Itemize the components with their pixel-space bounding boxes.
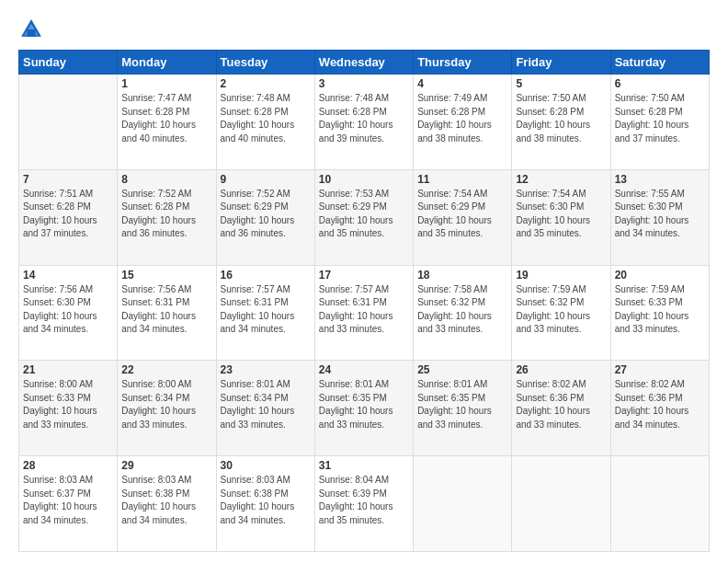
calendar-cell	[19, 75, 118, 170]
day-info: Sunrise: 7:51 AM Sunset: 6:28 PM Dayligh…	[23, 188, 113, 241]
calendar-cell: 7Sunrise: 7:51 AM Sunset: 6:28 PM Daylig…	[19, 169, 118, 265]
calendar-cell: 23Sunrise: 8:01 AM Sunset: 6:34 PM Dayli…	[216, 361, 314, 456]
day-info: Sunrise: 7:57 AM Sunset: 6:31 PM Dayligh…	[221, 283, 311, 337]
calendar-cell: 5Sunrise: 7:50 AM Sunset: 6:28 PM Daylig…	[512, 75, 610, 170]
calendar-cell: 15Sunrise: 7:56 AM Sunset: 6:31 PM Dayli…	[118, 265, 216, 361]
day-number: 18	[417, 269, 507, 282]
calendar-cell: 30Sunrise: 8:03 AM Sunset: 6:38 PM Dayli…	[216, 456, 314, 552]
day-number: 1	[121, 77, 211, 90]
day-number: 14	[23, 269, 113, 282]
calendar-cell: 12Sunrise: 7:54 AM Sunset: 6:30 PM Dayli…	[512, 169, 610, 265]
calendar-cell: 10Sunrise: 7:53 AM Sunset: 6:29 PM Dayli…	[314, 169, 413, 265]
day-info: Sunrise: 7:57 AM Sunset: 6:31 PM Dayligh…	[319, 283, 409, 337]
calendar-cell: 20Sunrise: 7:59 AM Sunset: 6:33 PM Dayli…	[610, 265, 709, 361]
calendar-cell	[414, 456, 512, 552]
day-number: 19	[516, 269, 606, 282]
day-info: Sunrise: 7:47 AM Sunset: 6:28 PM Dayligh…	[121, 92, 211, 145]
calendar-cell: 6Sunrise: 7:50 AM Sunset: 6:28 PM Daylig…	[610, 75, 709, 170]
day-info: Sunrise: 7:55 AM Sunset: 6:30 PM Dayligh…	[615, 188, 705, 241]
day-info: Sunrise: 7:52 AM Sunset: 6:29 PM Dayligh…	[221, 188, 311, 241]
day-info: Sunrise: 7:59 AM Sunset: 6:33 PM Dayligh…	[615, 283, 705, 337]
day-number: 30	[221, 459, 311, 472]
day-number: 16	[221, 269, 311, 282]
day-number: 22	[121, 363, 211, 376]
day-number: 4	[417, 77, 507, 90]
day-info: Sunrise: 7:49 AM Sunset: 6:28 PM Dayligh…	[417, 92, 507, 145]
calendar-cell: 28Sunrise: 8:03 AM Sunset: 6:37 PM Dayli…	[19, 456, 118, 552]
day-number: 23	[221, 363, 311, 376]
day-info: Sunrise: 8:02 AM Sunset: 6:36 PM Dayligh…	[516, 378, 606, 431]
calendar-header-wednesday: Wednesday	[314, 51, 413, 75]
day-number: 31	[319, 459, 409, 472]
day-info: Sunrise: 8:00 AM Sunset: 6:33 PM Dayligh…	[23, 378, 113, 431]
day-number: 21	[23, 363, 113, 376]
calendar-cell: 17Sunrise: 7:57 AM Sunset: 6:31 PM Dayli…	[314, 265, 413, 361]
calendar-cell: 11Sunrise: 7:54 AM Sunset: 6:29 PM Dayli…	[414, 169, 512, 265]
day-number: 3	[319, 77, 409, 90]
calendar-header-thursday: Thursday	[414, 51, 512, 75]
calendar-header-sunday: Sunday	[19, 51, 118, 75]
day-number: 11	[417, 173, 507, 186]
day-info: Sunrise: 7:52 AM Sunset: 6:28 PM Dayligh…	[121, 188, 211, 241]
day-info: Sunrise: 7:56 AM Sunset: 6:30 PM Dayligh…	[23, 283, 113, 337]
calendar-header-monday: Monday	[118, 51, 216, 75]
calendar-cell	[512, 456, 610, 552]
calendar-cell: 31Sunrise: 8:04 AM Sunset: 6:39 PM Dayli…	[314, 456, 413, 552]
calendar-cell: 21Sunrise: 8:00 AM Sunset: 6:33 PM Dayli…	[19, 361, 118, 456]
day-info: Sunrise: 8:03 AM Sunset: 6:37 PM Dayligh…	[23, 474, 113, 527]
day-info: Sunrise: 7:54 AM Sunset: 6:29 PM Dayligh…	[417, 188, 507, 241]
day-number: 9	[221, 173, 311, 186]
calendar-cell: 18Sunrise: 7:58 AM Sunset: 6:32 PM Dayli…	[414, 265, 512, 361]
day-number: 27	[615, 363, 705, 376]
day-number: 10	[319, 173, 409, 186]
calendar-header-saturday: Saturday	[610, 51, 709, 75]
calendar-cell: 1Sunrise: 7:47 AM Sunset: 6:28 PM Daylig…	[118, 75, 216, 170]
calendar-cell: 8Sunrise: 7:52 AM Sunset: 6:28 PM Daylig…	[118, 169, 216, 265]
day-number: 13	[615, 173, 705, 186]
calendar-header-friday: Friday	[512, 51, 610, 75]
calendar-cell: 22Sunrise: 8:00 AM Sunset: 6:34 PM Dayli…	[118, 361, 216, 456]
day-number: 12	[516, 173, 606, 186]
day-number: 2	[221, 77, 311, 90]
day-number: 17	[319, 269, 409, 282]
day-info: Sunrise: 7:58 AM Sunset: 6:32 PM Dayligh…	[417, 283, 507, 337]
day-info: Sunrise: 7:48 AM Sunset: 6:28 PM Dayligh…	[319, 92, 409, 145]
calendar-cell	[610, 456, 709, 552]
day-number: 7	[23, 173, 113, 186]
calendar-cell: 3Sunrise: 7:48 AM Sunset: 6:28 PM Daylig…	[314, 75, 413, 170]
header	[18, 17, 710, 42]
calendar-header-row: SundayMondayTuesdayWednesdayThursdayFrid…	[19, 51, 710, 75]
calendar-cell: 19Sunrise: 7:59 AM Sunset: 6:32 PM Dayli…	[512, 265, 610, 361]
day-info: Sunrise: 8:03 AM Sunset: 6:38 PM Dayligh…	[221, 474, 311, 527]
day-info: Sunrise: 8:00 AM Sunset: 6:34 PM Dayligh…	[121, 378, 211, 431]
svg-rect-2	[27, 29, 35, 37]
calendar-cell: 9Sunrise: 7:52 AM Sunset: 6:29 PM Daylig…	[216, 169, 314, 265]
day-info: Sunrise: 7:59 AM Sunset: 6:32 PM Dayligh…	[516, 283, 606, 337]
calendar-cell: 16Sunrise: 7:57 AM Sunset: 6:31 PM Dayli…	[216, 265, 314, 361]
day-info: Sunrise: 8:03 AM Sunset: 6:38 PM Dayligh…	[121, 474, 211, 527]
logo-icon	[18, 17, 44, 42]
day-info: Sunrise: 8:01 AM Sunset: 6:34 PM Dayligh…	[221, 378, 311, 431]
calendar-week-row: 14Sunrise: 7:56 AM Sunset: 6:30 PM Dayli…	[19, 265, 710, 361]
calendar-header-tuesday: Tuesday	[216, 51, 314, 75]
day-info: Sunrise: 8:02 AM Sunset: 6:36 PM Dayligh…	[615, 378, 705, 431]
day-info: Sunrise: 7:50 AM Sunset: 6:28 PM Dayligh…	[516, 92, 606, 145]
calendar-cell: 25Sunrise: 8:01 AM Sunset: 6:35 PM Dayli…	[414, 361, 512, 456]
day-number: 8	[121, 173, 211, 186]
day-info: Sunrise: 8:01 AM Sunset: 6:35 PM Dayligh…	[319, 378, 409, 431]
calendar-cell: 2Sunrise: 7:48 AM Sunset: 6:28 PM Daylig…	[216, 75, 314, 170]
calendar-cell: 13Sunrise: 7:55 AM Sunset: 6:30 PM Dayli…	[610, 169, 709, 265]
calendar-cell: 27Sunrise: 8:02 AM Sunset: 6:36 PM Dayli…	[610, 361, 709, 456]
logo	[18, 17, 48, 42]
day-info: Sunrise: 7:50 AM Sunset: 6:28 PM Dayligh…	[615, 92, 705, 145]
calendar-week-row: 21Sunrise: 8:00 AM Sunset: 6:33 PM Dayli…	[19, 361, 710, 456]
calendar-cell: 26Sunrise: 8:02 AM Sunset: 6:36 PM Dayli…	[512, 361, 610, 456]
calendar-cell: 14Sunrise: 7:56 AM Sunset: 6:30 PM Dayli…	[19, 265, 118, 361]
day-info: Sunrise: 7:53 AM Sunset: 6:29 PM Dayligh…	[319, 188, 409, 241]
day-info: Sunrise: 8:01 AM Sunset: 6:35 PM Dayligh…	[417, 378, 507, 431]
day-number: 29	[121, 459, 211, 472]
calendar-week-row: 7Sunrise: 7:51 AM Sunset: 6:28 PM Daylig…	[19, 169, 710, 265]
day-number: 5	[516, 77, 606, 90]
day-info: Sunrise: 7:48 AM Sunset: 6:28 PM Dayligh…	[221, 92, 311, 145]
calendar-table: SundayMondayTuesdayWednesdayThursdayFrid…	[18, 50, 710, 552]
